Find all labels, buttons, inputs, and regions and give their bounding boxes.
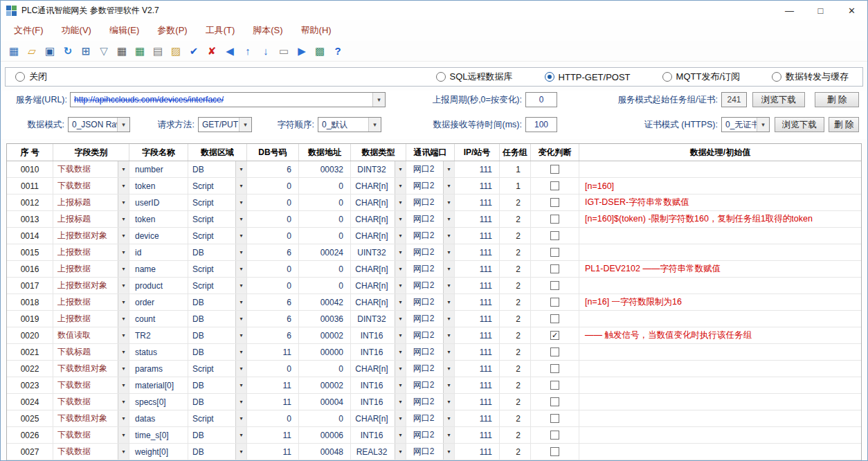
change-checkbox[interactable] <box>550 414 559 423</box>
apply-check-icon[interactable]: ✔ <box>188 45 200 57</box>
row-field-name[interactable]: number <box>129 161 188 177</box>
chevron-down-icon[interactable]: ▾ <box>443 311 454 327</box>
row-data-address[interactable]: 00002 <box>299 327 351 343</box>
row-field-name[interactable]: token <box>129 211 188 227</box>
url-combobox[interactable]: http://apihcclouds.com/devices/interface… <box>70 92 386 107</box>
change-checkbox[interactable]: ✓ <box>550 331 559 340</box>
chevron-down-icon[interactable]: ▾ <box>235 211 246 227</box>
row-datatype-select[interactable]: CHAR[n] ▾ <box>351 261 406 277</box>
row-task-group[interactable]: 2 <box>500 410 531 426</box>
row-field-name[interactable]: params <box>129 361 188 377</box>
row-category-select[interactable]: 数值读取 ▾ <box>53 327 129 343</box>
row-region-select[interactable]: DB ▾ <box>188 344 247 360</box>
row-data-address[interactable]: 00032 <box>299 161 351 177</box>
row-region-select[interactable]: DB ▾ <box>188 294 247 310</box>
row-region-select[interactable]: DB ▾ <box>188 244 247 260</box>
row-field-name[interactable]: specs[0] <box>129 394 188 410</box>
row-datatype-select[interactable]: INT16 ▾ <box>351 377 406 393</box>
row-datatype-select[interactable]: INT16 ▾ <box>351 344 406 360</box>
chevron-down-icon[interactable]: ▾ <box>118 211 129 227</box>
chevron-down-icon[interactable]: ▾ <box>395 394 406 410</box>
row-task-group[interactable]: 2 <box>500 394 531 410</box>
row-datatype-select[interactable]: UINT32 ▾ <box>351 244 406 260</box>
delete-button-1[interactable]: 删 除 <box>815 92 859 107</box>
row-port-select[interactable]: 网口2 ▾ <box>406 327 455 343</box>
row-field-name[interactable]: count <box>129 311 188 327</box>
save-icon[interactable]: ▣ <box>44 45 56 57</box>
chevron-down-icon[interactable]: ▾ <box>235 377 246 393</box>
chevron-down-icon[interactable]: ▾ <box>395 444 406 460</box>
row-data-address[interactable]: 0 <box>299 278 351 293</box>
change-checkbox[interactable] <box>550 165 559 174</box>
chevron-down-icon[interactable]: ▾ <box>443 327 454 343</box>
table-icon[interactable]: ▦ <box>116 45 128 57</box>
chevron-down-icon[interactable]: ▾ <box>118 377 129 393</box>
grid-view-icon[interactable]: ▤ <box>152 45 164 57</box>
chevron-down-icon[interactable]: ▾ <box>118 311 129 327</box>
row-region-select[interactable]: DB ▾ <box>188 394 247 410</box>
row-category-select[interactable]: 上报数据对象 ▾ <box>53 278 129 293</box>
row-task-group[interactable]: 2 <box>500 244 531 260</box>
table-export-icon[interactable]: ▦ <box>134 45 146 57</box>
chevron-down-icon[interactable]: ▾ <box>235 294 246 310</box>
chevron-down-icon[interactable]: ▾ <box>118 278 129 293</box>
row-ip-station[interactable]: 111 <box>455 361 500 377</box>
char-order-select[interactable]: 0_默认 ▾ <box>318 117 381 132</box>
chevron-down-icon[interactable]: ▾ <box>118 244 129 260</box>
chevron-down-icon[interactable]: ▾ <box>443 344 454 360</box>
chevron-down-icon[interactable]: ▾ <box>443 211 454 227</box>
row-region-select[interactable]: DB ▾ <box>188 311 247 327</box>
report-period-input[interactable]: 0 <box>525 92 557 107</box>
menu-item-1[interactable]: 功能(V) <box>53 24 100 37</box>
chevron-down-icon[interactable]: ▾ <box>443 261 454 277</box>
row-field-name[interactable]: weight[0] <box>129 444 188 460</box>
import-folder-icon[interactable]: ▨ <box>170 45 182 57</box>
cert-group-value[interactable]: 241 <box>721 92 747 107</box>
row-db-number[interactable]: 0 <box>247 211 299 227</box>
chevron-down-icon[interactable]: ▾ <box>118 427 129 443</box>
browse-download-button-1[interactable]: 浏览下载 <box>752 92 805 107</box>
row-port-select[interactable]: 网口2 ▾ <box>406 211 455 227</box>
app-grid-icon[interactable]: ▦ <box>8 45 20 57</box>
row-task-group[interactable]: 1 <box>500 161 531 177</box>
row-field-name[interactable]: name <box>129 261 188 277</box>
row-data-address[interactable]: 00036 <box>299 311 351 327</box>
row-ip-station[interactable]: 111 <box>455 178 500 194</box>
up-arrow-icon[interactable]: ↑ <box>242 45 254 57</box>
row-datatype-select[interactable]: CHAR[n] ▾ <box>351 178 406 194</box>
chevron-down-icon[interactable]: ▾ <box>443 410 454 426</box>
menu-item-2[interactable]: 编辑(E) <box>100 24 148 37</box>
row-category-select[interactable]: 上报数据对象 ▾ <box>53 228 129 244</box>
chevron-down-icon[interactable]: ▾ <box>395 278 406 293</box>
chevron-down-icon[interactable]: ▾ <box>118 410 129 426</box>
radio-http[interactable]: HTTP-GET/POST <box>545 71 631 83</box>
filter-icon[interactable]: ▽ <box>98 45 110 57</box>
row-data-address[interactable]: 00000 <box>299 344 351 360</box>
row-ip-station[interactable]: 111 <box>455 377 500 393</box>
row-db-number[interactable]: 6 <box>247 311 299 327</box>
chevron-down-icon[interactable]: ▾ <box>443 444 454 460</box>
row-ip-station[interactable]: 111 <box>455 278 500 293</box>
change-checkbox[interactable] <box>550 397 559 406</box>
minimize-button[interactable]: — <box>774 1 805 20</box>
row-category-select[interactable]: 下载数据 ▾ <box>53 444 129 460</box>
row-region-select[interactable]: Script ▾ <box>188 278 247 293</box>
row-category-select[interactable]: 下载数据 ▾ <box>53 178 129 194</box>
request-method-select[interactable]: GET/PUT ▾ <box>198 117 252 132</box>
chart-image-icon[interactable]: ▩ <box>314 45 326 57</box>
row-datatype-select[interactable]: DINT32 ▾ <box>351 311 406 327</box>
chevron-down-icon[interactable]: ▾ <box>395 244 406 260</box>
chevron-down-icon[interactable]: ▾ <box>395 195 406 210</box>
row-port-select[interactable]: 网口2 ▾ <box>406 410 455 426</box>
row-task-group[interactable]: 2 <box>500 444 531 460</box>
change-checkbox[interactable] <box>550 264 559 273</box>
row-category-select[interactable]: 下载数组对象 ▾ <box>53 361 129 377</box>
row-data-address[interactable]: 0 <box>299 410 351 426</box>
row-task-group[interactable]: 2 <box>500 294 531 310</box>
change-checkbox[interactable] <box>550 298 559 307</box>
radio-close[interactable]: 关闭 <box>15 71 47 83</box>
down-arrow-icon[interactable]: ↓ <box>260 45 272 57</box>
chevron-down-icon[interactable]: ▾ <box>118 394 129 410</box>
maximize-button[interactable]: □ <box>805 1 836 20</box>
help-icon[interactable]: ? <box>332 45 344 57</box>
